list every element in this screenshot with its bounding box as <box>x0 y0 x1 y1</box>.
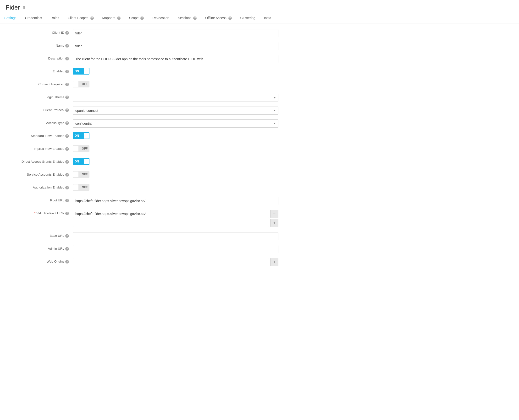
redirect-uri-2-input[interactable] <box>73 219 269 227</box>
tab-revocation[interactable]: Revocation <box>148 13 173 23</box>
direct-access-help-icon[interactable]: ? <box>65 160 69 164</box>
redirect-uri-1-input[interactable] <box>73 210 269 218</box>
admin-url-control <box>73 245 279 253</box>
service-accounts-help-icon[interactable]: ? <box>65 173 69 177</box>
name-input[interactable] <box>73 42 279 50</box>
web-origins-control: + <box>73 258 279 267</box>
valid-redirect-uris-help-icon[interactable]: ? <box>65 212 69 215</box>
web-origins-label: Web Origins ? <box>6 258 73 263</box>
consent-required-toggle[interactable]: OFF <box>73 81 89 87</box>
name-label: Name ? <box>6 42 73 48</box>
direct-access-control: ON <box>73 158 279 165</box>
standard-flow-toggle-knob <box>84 133 89 139</box>
login-theme-row: Login Theme ? <box>6 94 513 102</box>
tab-roles[interactable]: Roles <box>46 13 63 23</box>
authorization-enabled-help-icon[interactable]: ? <box>65 186 69 189</box>
root-url-label: Root URL ? <box>6 197 73 202</box>
access-type-label: Access Type ? <box>6 120 73 125</box>
description-row: Description ? <box>6 55 513 64</box>
consent-required-row: Consent Required ? OFF <box>6 81 513 89</box>
valid-redirect-uris-label: * Valid Redirect URIs ? <box>6 210 73 215</box>
name-row: Name ? <box>6 42 513 51</box>
authorization-enabled-toggle[interactable]: OFF <box>73 184 89 191</box>
sessions-help-icon: ? <box>193 16 197 20</box>
client-protocol-label: Client Protocol ? <box>6 106 73 112</box>
enabled-toggle[interactable]: ON <box>73 68 89 75</box>
authorization-enabled-control: OFF <box>73 184 279 191</box>
description-label: Description ? <box>6 55 73 60</box>
service-accounts-toggle[interactable]: OFF <box>73 171 89 178</box>
add-web-origins-button[interactable]: + <box>270 258 279 266</box>
tab-offline-access[interactable]: Offline Access ? <box>201 13 236 23</box>
enabled-help-icon[interactable]: ? <box>65 70 69 73</box>
direct-access-toggle[interactable]: ON <box>73 158 89 165</box>
tab-mappers[interactable]: Mappers ? <box>98 13 125 23</box>
description-input[interactable] <box>73 55 279 63</box>
consent-required-help-icon[interactable]: ? <box>65 83 69 86</box>
direct-access-row: Direct Access Grants Enabled ? ON <box>6 158 513 167</box>
admin-url-input[interactable] <box>73 245 279 253</box>
valid-redirect-uris-control: − + <box>73 210 279 228</box>
implicit-flow-toggle[interactable]: OFF <box>73 145 89 152</box>
tab-clustering[interactable]: Clustering <box>236 13 260 23</box>
add-redirect-uri-button[interactable]: + <box>270 219 279 227</box>
description-control <box>73 55 279 63</box>
service-accounts-control: OFF <box>73 171 279 178</box>
root-url-row: Root URL ? <box>6 197 513 205</box>
service-accounts-row: Service Accounts Enabled ? OFF <box>6 171 513 180</box>
base-url-label: Base URL ? <box>6 232 73 238</box>
remove-redirect-uri-button[interactable]: − <box>270 210 279 218</box>
service-accounts-label: Service Accounts Enabled ? <box>6 171 73 177</box>
tab-sessions[interactable]: Sessions ? <box>174 13 201 23</box>
direct-access-toggle-knob <box>84 159 89 164</box>
standard-flow-help-icon[interactable]: ? <box>65 134 69 138</box>
redirect-uri-1-row: − <box>73 210 279 218</box>
description-help-icon[interactable]: ? <box>65 57 69 60</box>
client-protocol-select[interactable]: openid-connect saml <box>73 106 279 115</box>
implicit-flow-help-icon[interactable]: ? <box>65 147 69 151</box>
service-accounts-toggle-knob <box>73 172 78 177</box>
page-header: Fider 🗑 <box>0 0 519 11</box>
delete-icon[interactable]: 🗑 <box>22 6 26 10</box>
authorization-toggle-knob <box>73 184 78 190</box>
access-type-help-icon[interactable]: ? <box>65 121 69 125</box>
implicit-flow-row: Implicit Flow Enabled ? OFF <box>6 145 513 154</box>
client-id-row: Client ID ? <box>6 29 513 38</box>
web-origins-help-icon[interactable]: ? <box>65 260 69 263</box>
admin-url-row: Admin URL ? <box>6 245 513 254</box>
client-id-label: Client ID ? <box>6 29 73 35</box>
login-theme-select[interactable] <box>73 94 279 102</box>
root-url-input[interactable] <box>73 197 279 205</box>
tab-credentials[interactable]: Credentials <box>21 13 46 23</box>
tab-client-scopes[interactable]: Client Scopes ? <box>63 13 98 23</box>
valid-redirect-uris-row: * Valid Redirect URIs ? − + <box>6 210 513 228</box>
client-id-input[interactable] <box>73 29 279 37</box>
client-protocol-control: openid-connect saml <box>73 106 279 115</box>
access-type-control: confidential public bearer-only <box>73 120 279 128</box>
root-url-help-icon[interactable]: ? <box>65 199 69 202</box>
base-url-help-icon[interactable]: ? <box>65 234 69 238</box>
access-type-select[interactable]: confidential public bearer-only <box>73 120 279 128</box>
tab-installation[interactable]: Insta... <box>260 13 279 23</box>
base-url-input[interactable] <box>73 232 279 240</box>
client-id-help-icon[interactable]: ? <box>65 31 69 35</box>
consent-required-label: Consent Required ? <box>6 81 73 86</box>
tab-scope[interactable]: Scope ? <box>125 13 148 23</box>
enabled-toggle-knob <box>84 68 89 74</box>
standard-flow-toggle[interactable]: ON <box>73 132 89 139</box>
admin-url-help-icon[interactable]: ? <box>65 247 69 251</box>
tabs-navigation: Settings Credentials Roles Client Scopes… <box>0 13 519 23</box>
login-theme-help-icon[interactable]: ? <box>65 96 69 99</box>
tab-settings[interactable]: Settings <box>0 13 21 23</box>
enabled-row: Enabled ? ON <box>6 68 513 76</box>
page-title: Fider <box>6 4 20 11</box>
root-url-control <box>73 197 279 205</box>
redirect-uri-2-row: + <box>73 219 279 227</box>
login-theme-control <box>73 94 279 102</box>
client-protocol-help-icon[interactable]: ? <box>65 108 69 112</box>
web-origins-input[interactable] <box>73 258 269 266</box>
name-help-icon[interactable]: ? <box>65 44 69 48</box>
consent-required-toggle-knob <box>73 81 78 87</box>
direct-access-label: Direct Access Grants Enabled ? <box>6 158 73 164</box>
consent-required-control: OFF <box>73 81 279 87</box>
